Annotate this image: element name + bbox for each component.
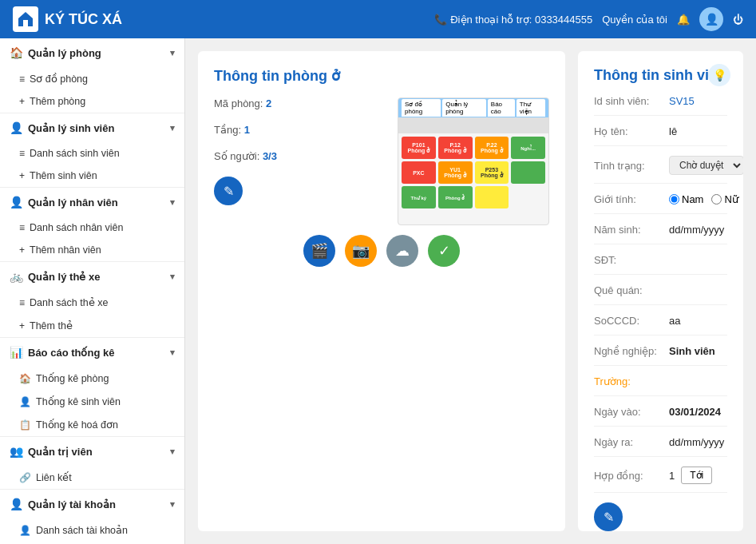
sidebar-header-quan-ly-sinh-vien[interactable]: 👤Quản lý sinh viên ▾ <box>0 113 184 142</box>
room-cell-p253: P253Phòng ở <box>475 161 509 184</box>
sidebar-header-quan-tri-vien[interactable]: 👥Quản trị viên ▾ <box>0 437 184 466</box>
ngay-vao-label: Ngày vào: <box>594 406 666 418</box>
so-cccd-value: aa <box>669 315 680 327</box>
row-nam-sinh: Năm sinh: dd/mm/yyyy <box>594 224 727 244</box>
room-grid: P101Phòng ở P.12Phòng ở P.22Phòng ở Nghỉ… <box>398 133 548 212</box>
panel-top: Mã phòng: 2 Tầng: 1 Số người: 3/3 ✎ <box>214 97 549 225</box>
svg-rect-2 <box>23 20 28 26</box>
power-icon[interactable]: ⏻ <box>733 14 743 26</box>
sidebar-header-quan-ly-the-xe[interactable]: 🚲Quản lý thẻ xe ▾ <box>0 262 184 291</box>
row-ngay-vao: Ngày vào: 03/01/2024 <box>594 406 727 427</box>
nam-sinh-label: Năm sinh: <box>594 224 666 236</box>
section-quan-ly-tai-khoan: 👤Quản lý tài khoản ▾ 👤 Danh sách tài kho… <box>0 490 184 544</box>
room-cell-thu-ky: Thư ký <box>402 186 436 208</box>
check-button[interactable]: ✓ <box>428 235 460 267</box>
so-nguoi-value: 3/3 <box>263 150 277 162</box>
camera-button[interactable]: 📷 <box>345 235 377 267</box>
sidebar-item-so-do-phong[interactable]: ≡ Sơ đồ phòng <box>0 67 184 90</box>
sidebar-header-tai-khoan[interactable]: 👤Quản lý tài khoản ▾ <box>0 490 184 518</box>
sidebar-item-them-sinh-vien[interactable]: + Thêm sinh viên <box>0 165 184 187</box>
header-right: 📞 Điện thoại hỗ trợ: 0333444555 Quyền củ… <box>434 7 743 31</box>
room-cell-yu1: YU1Phòng ở <box>438 161 473 184</box>
chevron-phong: ▾ <box>170 48 175 58</box>
svg-marker-1 <box>18 12 33 18</box>
chevron-qtv: ▾ <box>170 447 175 457</box>
logo: KÝ TÚC XÁ <box>13 6 122 32</box>
radio-nam[interactable] <box>669 194 679 204</box>
so-nguoi-row: Số người: 3/3 <box>214 150 385 162</box>
section-quan-ly-nhan-vien: 👤Quản lý nhân viên ▾ ≡ Danh sách nhân vi… <box>0 188 184 262</box>
so-nguoi-label: Số người: <box>214 150 259 162</box>
sidebar-header-bao-cao[interactable]: 📊Báo cáo thống kê ▾ <box>0 338 184 367</box>
room-cell-p22: P.22Phòng ở <box>475 137 509 159</box>
row-sdt: SĐT: <box>594 254 727 275</box>
tinh-trang-select[interactable]: Chờ duyệt Đã duyệt Từ chối <box>669 156 743 175</box>
ngay-ra-value: dd/mm/yyyy <box>669 436 724 448</box>
sidebar-item-danh-sach-sinh-vien[interactable]: ≡ Danh sách sinh viên <box>0 142 184 165</box>
gioi-tinh-label: Giới tính: <box>594 193 666 205</box>
section-quan-ly-sinh-vien: 👤Quản lý sinh viên ▾ ≡ Danh sách sinh vi… <box>0 113 184 188</box>
cloud-button[interactable]: ☁ <box>386 235 418 267</box>
toi-button[interactable]: Tới <box>681 467 712 484</box>
nghe-nghiep-label: Nghề nghiệp: <box>594 345 666 357</box>
section-quan-tri-vien: 👥Quản trị viên ▾ 🔗 Liên kết <box>0 437 184 490</box>
ho-ten-label: Họ tên: <box>594 125 666 137</box>
student-edit-button[interactable]: ✎ <box>594 502 623 531</box>
chevron-tai-khoan: ▾ <box>170 499 175 510</box>
bell-icon[interactable]: 🔔 <box>677 14 690 26</box>
row-hop-dong: Hợp đồng: 1 Tới <box>594 467 727 493</box>
chevron-nhan-vien: ▾ <box>170 197 175 208</box>
list-xe-icon: ≡ <box>19 297 25 308</box>
sidebar-item-danh-sach-nhan-vien[interactable]: ≡ Danh sách nhân viên <box>0 216 184 239</box>
sidebar-header-quan-ly-nhan-vien[interactable]: 👤Quản lý nhân viên ▾ <box>0 188 184 216</box>
sinh-vien-icon: 👤 <box>10 121 23 134</box>
radio-nu-label[interactable]: Nữ <box>711 193 738 205</box>
tinh-trang-label: Tình trạng: <box>594 160 666 172</box>
sidebar-item-thong-ke-sinh-vien[interactable]: 👤 Thống kê sinh viên <box>0 390 184 413</box>
video-button[interactable]: 🎬 <box>303 235 335 267</box>
que-quan-label: Quê quán: <box>594 284 666 296</box>
main-content: Thông tin phòng ở Mã phòng: 2 Tầng: 1 Số… <box>185 38 756 544</box>
action-buttons: 🎬 📷 ☁ ✓ <box>214 235 549 267</box>
logo-icon <box>13 6 38 32</box>
radio-nu[interactable] <box>711 194 722 204</box>
section-bao-cao-thong-ke: 📊Báo cáo thống kê ▾ 🏠 Thống kê phòng 👤 T… <box>0 338 184 437</box>
link-icon: 🔗 <box>19 472 31 483</box>
sidebar-item-thong-ke-hoa-don[interactable]: 📋 Thống kê hoá đơn <box>0 413 184 436</box>
row-ngay-ra: Ngày ra: dd/mm/yyyy <box>594 436 727 457</box>
plus-sv-icon: + <box>19 170 25 181</box>
sidebar-header-quan-ly-phong[interactable]: 🏠Quản lý phòng ▾ <box>0 38 184 67</box>
sidebar-item-them-the[interactable]: + Thêm thẻ <box>0 314 184 337</box>
ngay-vao-value: 03/01/2024 <box>669 406 721 418</box>
header-phone: 📞 Điện thoại hỗ trợ: 0333444555 <box>434 14 592 26</box>
sidebar-item-thong-ke-phong[interactable]: 🏠 Thống kê phòng <box>0 367 184 390</box>
tk-icon: 👤 <box>10 498 23 510</box>
hint-icon[interactable]: 💡 <box>708 64 730 86</box>
row-id-sinh-vien: Id sinh viên: SV15 <box>594 95 727 116</box>
sidebar-item-lien-ket[interactable]: 🔗 Liên kết <box>0 466 184 489</box>
sidebar-item-danh-sach-the-xe[interactable]: ≡ Danh sách thẻ xe <box>0 291 184 314</box>
plus-icon: + <box>19 96 25 107</box>
sidebar-item-danh-sach-tai-khoan[interactable]: 👤 Danh sách tài khoản <box>0 518 184 542</box>
sidebar-item-them-phong[interactable]: + Thêm phòng <box>0 90 184 113</box>
row-ho-ten: Họ tên: lê <box>594 125 727 146</box>
map-toolbar <box>398 117 548 133</box>
room-edit-button[interactable]: ✎ <box>214 177 243 205</box>
room-cell-p101: P101Phòng ở <box>402 137 436 159</box>
sidebar-item-them-nhan-vien[interactable]: + Thêm nhân viên <box>0 239 184 261</box>
avatar[interactable]: 👤 <box>699 7 723 31</box>
row-nghe-nghiep: Nghề nghiệp: Sinh viên <box>594 345 727 366</box>
tk-phong-icon: 🏠 <box>19 373 31 384</box>
sidebar: 🏠Quản lý phòng ▾ ≡ Sơ đồ phòng + Thêm ph… <box>0 38 185 544</box>
gioi-tinh-radio-group: Nam Nữ <box>669 193 738 205</box>
list-icon: ≡ <box>19 148 25 159</box>
user-label[interactable]: Quyền của tôi <box>602 14 667 26</box>
tang-row: Tầng: 1 <box>214 124 385 136</box>
row-so-cccd: SoCCCD: aa <box>594 315 727 336</box>
row-que-quan: Quê quán: <box>594 284 727 305</box>
radio-nam-label[interactable]: Nam <box>669 193 703 205</box>
map-tab-4: Thư viện <box>517 99 545 117</box>
tang-value: 1 <box>244 124 250 136</box>
header: KÝ TÚC XÁ 📞 Điện thoại hỗ trợ: 033344455… <box>0 0 756 38</box>
contract-row: 1 Tới <box>669 467 712 484</box>
